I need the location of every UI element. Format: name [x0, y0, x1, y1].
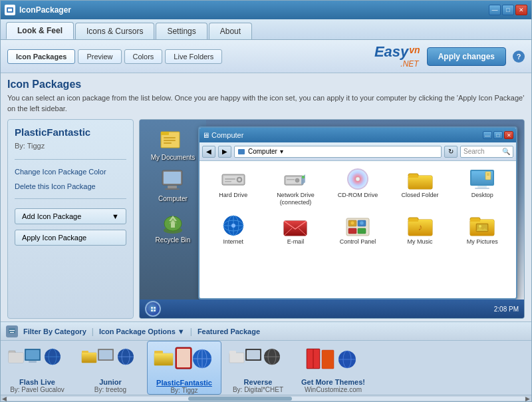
- flash-live-icons: [7, 343, 67, 377]
- scroll-left-button[interactable]: ◀: [2, 395, 7, 402]
- tab-icon-packages[interactable]: Icon Packages: [7, 49, 75, 64]
- search-box[interactable]: Search 🔍: [460, 146, 513, 158]
- preview-my-documents: My Documents: [151, 126, 196, 161]
- svg-rect-6: [164, 142, 172, 144]
- preview-sidebar: My Documents Computer: [140, 120, 206, 318]
- explorer-item-email[interactable]: E-mail: [266, 212, 326, 248]
- explorer-item-desktop[interactable]: Desktop: [452, 165, 512, 209]
- reverse-icons: [228, 343, 288, 377]
- preview-recycle-label: Recycle Bin: [156, 236, 191, 244]
- explorer-window: 🖥 Computer — □ ✕ ◀ ▶ Computer: [198, 126, 517, 300]
- search-placeholder: Search: [464, 148, 485, 155]
- close-button[interactable]: ✕: [515, 5, 527, 15]
- thumb-plastic-fantastic[interactable]: PlasticFantastic By: Tiggz: [147, 341, 221, 395]
- window-controls: — □ ✕: [489, 5, 527, 15]
- section-title: Icon Packages: [7, 79, 525, 91]
- exp-close-button[interactable]: ✕: [504, 131, 513, 139]
- svg-rect-18: [225, 178, 235, 180]
- explorer-item-folder[interactable]: Closed Folder: [390, 165, 450, 209]
- back-button[interactable]: ◀: [202, 146, 215, 158]
- explorer-item-cd[interactable]: CD-ROM Drive: [328, 165, 388, 209]
- maximize-button[interactable]: □: [502, 5, 514, 15]
- change-color-link[interactable]: Change Icon Package Color: [15, 166, 126, 177]
- svg-point-66: [479, 225, 481, 228]
- svg-rect-8: [164, 172, 181, 184]
- svg-point-52: [360, 221, 364, 225]
- refresh-button[interactable]: ↻: [444, 146, 458, 158]
- tab-live-folders[interactable]: Live Folders: [165, 49, 222, 64]
- svg-rect-35: [477, 186, 487, 188]
- minimize-button[interactable]: —: [489, 5, 501, 15]
- explorer-item-pictures[interactable]: My Pictures: [452, 212, 512, 248]
- explorer-item-internet[interactable]: Internet: [203, 212, 263, 248]
- main-window: IconPackager — □ ✕ Look & Feel Icons & C…: [0, 0, 532, 402]
- pictures-label: My Pictures: [467, 238, 498, 246]
- reverse-name: Reverse: [244, 378, 273, 386]
- search-icon: 🔍: [502, 148, 510, 155]
- scroll-thumb[interactable]: [188, 397, 292, 401]
- address-bar[interactable]: Computer ▾: [234, 146, 442, 158]
- thumb-reverse[interactable]: Reverse By: Digital*CHET: [221, 341, 295, 395]
- thumb-get-more[interactable]: Get More Themes! WinCustomize.com: [295, 341, 372, 395]
- tab-look-feel[interactable]: Look & Feel: [6, 22, 74, 39]
- easy-logo: Easy vn .NET: [374, 44, 420, 69]
- address-arrow: ▾: [280, 148, 283, 155]
- svg-rect-77: [9, 353, 23, 363]
- junior-icons: [80, 343, 140, 377]
- explorer-item-net[interactable]: Network Drive (connected): [266, 165, 326, 209]
- thumb-junior[interactable]: Junior By: treetog: [74, 341, 147, 395]
- address-text: Computer: [248, 148, 277, 155]
- folder-label: Closed Folder: [402, 192, 439, 199]
- tab-preview[interactable]: Preview: [78, 49, 121, 64]
- svg-rect-71: [154, 309, 156, 311]
- package-author: By: Tiggz: [15, 142, 126, 150]
- sub-tabbar: Icon Packages Preview Colors Live Folder…: [7, 49, 222, 64]
- explorer-item-music[interactable]: ♪ My Music: [390, 212, 450, 248]
- apply-icon-package-button[interactable]: Apply Icon Package: [15, 230, 126, 246]
- thumb-flash-live[interactable]: Flash Live By: Pavel Gucalov: [1, 341, 74, 395]
- thumbnails-scrollbar[interactable]: ◀ ▶: [1, 395, 531, 401]
- icon-package-options-button[interactable]: Icon Package Options ▼: [99, 327, 185, 335]
- svg-point-27: [356, 177, 360, 181]
- tab-about[interactable]: About: [209, 23, 252, 39]
- explorer-toolbar: ◀ ▶ Computer ▾ ↻ Search 🔍: [200, 142, 516, 161]
- titlebar-left: IconPackager: [5, 5, 71, 15]
- help-button[interactable]: ?: [513, 51, 525, 63]
- add-icon-package-button[interactable]: Add Icon Package ▼: [15, 208, 126, 224]
- svg-rect-53: [348, 228, 356, 234]
- svg-rect-9: [168, 186, 177, 188]
- junior-name: Junior: [99, 378, 122, 386]
- start-button[interactable]: [145, 301, 161, 317]
- section-description: You can select an icon package from the …: [7, 93, 525, 114]
- get-more-icons: [303, 343, 363, 377]
- toolbar-right: Easy vn .NET Apply changes ?: [374, 44, 525, 69]
- filter-icon[interactable]: [6, 325, 18, 337]
- sidebar: PlasticFantastic By: Tiggz Change Icon P…: [7, 119, 134, 319]
- preview-computer: Computer: [158, 168, 188, 202]
- svg-rect-80: [29, 361, 37, 363]
- svg-rect-13: [238, 149, 245, 154]
- exp-minimize-button[interactable]: —: [483, 131, 492, 139]
- explorer-item-control[interactable]: Control Panel: [328, 212, 388, 248]
- app-icon: [5, 5, 15, 15]
- dropdown-arrow-icon: ▼: [112, 212, 119, 220]
- svg-rect-54: [358, 228, 366, 234]
- music-label: My Music: [408, 238, 433, 246]
- apply-changes-button[interactable]: Apply changes: [427, 47, 506, 66]
- tab-settings[interactable]: Settings: [156, 23, 207, 39]
- tab-colors[interactable]: Colors: [124, 49, 163, 64]
- forward-button[interactable]: ▶: [218, 146, 231, 158]
- tab-icons-cursors[interactable]: Icons & Cursors: [75, 23, 154, 39]
- plastic-by: By: Tiggz: [170, 387, 198, 394]
- reverse-by: By: Digital*CHET: [233, 386, 283, 393]
- featured-package-button[interactable]: Featured Package: [198, 327, 260, 335]
- explorer-item-hdd[interactable]: Hard Drive: [203, 165, 263, 209]
- scroll-right-button[interactable]: ▶: [525, 395, 530, 402]
- hdd-label: Hard Drive: [219, 192, 247, 199]
- thumbnails-scroll-area: Flash Live By: Pavel Gucalov: [1, 341, 531, 395]
- filter-by-category-button[interactable]: Filter By Category: [23, 327, 86, 335]
- delete-package-link[interactable]: Delete this Icon Package: [15, 181, 126, 192]
- exp-maximize-button[interactable]: □: [493, 131, 503, 139]
- scroll-track[interactable]: [7, 397, 525, 401]
- svg-point-22: [295, 178, 299, 182]
